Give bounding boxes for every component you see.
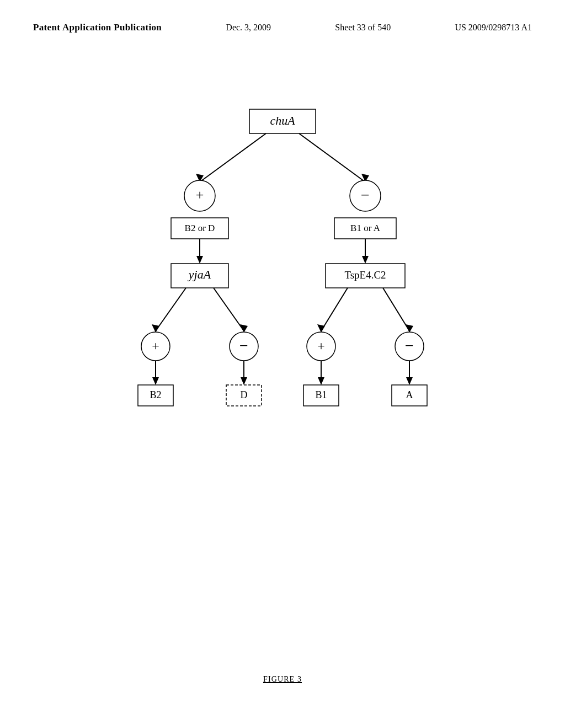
svg-marker-17	[240, 324, 248, 333]
figure-caption: FIGURE 3	[263, 675, 302, 684]
svg-line-4	[299, 133, 365, 182]
svg-marker-41	[406, 324, 413, 333]
publication-date: Dec. 3, 2009	[226, 23, 271, 33]
svg-marker-15	[152, 324, 159, 333]
svg-text:+: +	[196, 187, 204, 203]
patent-number: US 2009/0298713 A1	[455, 23, 532, 33]
svg-text:chuA: chuA	[270, 114, 295, 127]
svg-line-16	[214, 288, 244, 331]
svg-text:−: −	[405, 337, 414, 354]
svg-line-38	[321, 288, 348, 331]
svg-marker-35	[362, 256, 369, 264]
svg-marker-51	[406, 377, 413, 385]
svg-text:B1 or A: B1 or A	[350, 223, 381, 233]
svg-marker-45	[318, 377, 324, 385]
figure-diagram: chuA + B2 or D yjaA +	[0, 88, 565, 662]
svg-marker-27	[241, 377, 247, 385]
svg-text:A: A	[406, 389, 413, 400]
svg-line-40	[383, 288, 409, 331]
caption-text: FIGURE 3	[263, 675, 302, 683]
svg-text:+: +	[317, 339, 325, 353]
svg-marker-21	[152, 377, 159, 385]
svg-line-2	[200, 133, 266, 182]
svg-marker-11	[196, 256, 203, 264]
page-header: Patent Application Publication Dec. 3, 2…	[0, 22, 565, 33]
svg-text:+: +	[152, 339, 159, 353]
svg-text:B2: B2	[150, 389, 161, 400]
svg-text:−: −	[239, 337, 248, 354]
svg-text:TspE4.C2: TspE4.C2	[344, 269, 386, 281]
svg-text:yjaA: yjaA	[188, 267, 211, 281]
svg-line-14	[156, 288, 186, 331]
svg-text:B1: B1	[315, 389, 327, 400]
publication-title: Patent Application Publication	[33, 22, 162, 33]
svg-text:B2 or D: B2 or D	[185, 223, 215, 233]
sheet-info: Sheet 33 of 540	[335, 23, 391, 33]
svg-text:−: −	[361, 186, 370, 204]
svg-text:D: D	[241, 389, 248, 400]
